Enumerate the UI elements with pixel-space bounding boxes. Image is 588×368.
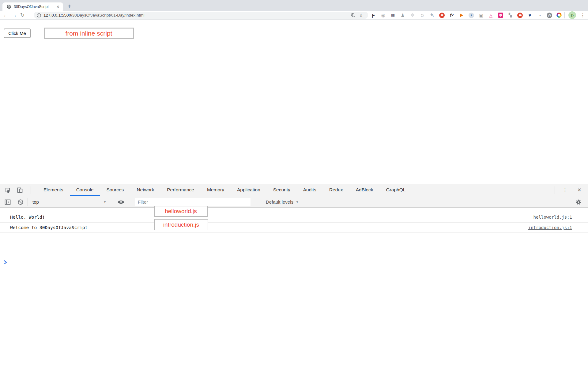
console-message-row: Welcome to 30DaysOfJavaScript introducti… — [0, 222, 588, 233]
console-settings-gear-icon[interactable] — [575, 198, 582, 206]
megaphone-icon[interactable] — [460, 13, 463, 17]
devtools-tab-security[interactable]: Security — [267, 184, 297, 196]
eyedropper-icon[interactable]: ✎ — [428, 11, 436, 19]
tabbar-separator — [31, 186, 31, 194]
gauge-icon[interactable]: ◔ — [536, 11, 544, 19]
browser-window: 30DaysOfJavaScript ✕ + ← → ↻ 127.0.0.1:5… — [0, 0, 588, 368]
globe-favicon-icon — [7, 5, 11, 9]
console-message-row: Hello, World! helloworld.js:1 — [0, 212, 588, 222]
browser-menu-icon[interactable]: ⋮ — [579, 11, 586, 20]
devtools-tab-performance[interactable]: Performance — [160, 184, 201, 196]
toolbar-separator-2 — [111, 198, 111, 206]
source-link[interactable]: helloworld.js:1 — [533, 212, 572, 222]
reload-button[interactable]: ↻ — [18, 11, 26, 20]
browser-toolbar: ← → ↻ 127.0.0.1:5500/30DaysOfJavaScript/… — [0, 11, 588, 20]
camera-icon[interactable]: ▣ — [477, 11, 485, 19]
devtools-tab-application[interactable]: Application — [231, 184, 267, 196]
bookmark-star-icon[interactable]: ☆ — [357, 12, 365, 18]
page-content: Click Me from inline script — [0, 20, 588, 184]
browser-tab[interactable]: 30DaysOfJavaScript ✕ — [2, 2, 63, 11]
source-link[interactable]: introduction.js:1 — [528, 223, 572, 233]
robot-icon[interactable]: ♟ — [399, 11, 407, 19]
devtools-tabs: ElementsConsoleSourcesNetworkPerformance… — [37, 184, 412, 196]
chevron-down-icon: ▼ — [296, 201, 299, 204]
toolbar-separator — [28, 198, 28, 206]
devtools-tab-redux[interactable]: Redux — [323, 184, 349, 196]
devtools-tabbar: ElementsConsoleSourcesNetworkPerformance… — [0, 184, 588, 196]
pink-triangle-icon[interactable]: △ — [487, 11, 495, 19]
context-selector[interactable]: top ▼ — [31, 196, 108, 208]
devtools-tab-graphql[interactable]: GraphQL — [380, 184, 412, 196]
context-label: top — [32, 199, 39, 205]
inspect-element-icon[interactable] — [4, 186, 12, 194]
wappalyzer-icon[interactable]: W — [547, 13, 552, 18]
clear-console-icon[interactable] — [17, 198, 24, 206]
live-expression-eye-icon[interactable] — [117, 198, 125, 206]
forward-button[interactable]: → — [10, 11, 18, 20]
devtools-tab-audits[interactable]: Audits — [297, 184, 323, 196]
url-bar[interactable]: 127.0.0.1:5500/30DaysOfJavaScript/01-Day… — [34, 12, 368, 19]
face-icon[interactable]: ☺ — [418, 11, 426, 19]
helloworld-annotation: helloworld.js — [154, 206, 208, 217]
prompt-chevron-icon — [4, 260, 7, 265]
devtools-tab-sources[interactable]: Sources — [100, 184, 130, 196]
tabbar-separator-right — [555, 186, 555, 194]
devtools-tab-elements[interactable]: Elements — [37, 184, 70, 196]
back-button[interactable]: ← — [2, 11, 10, 20]
click-me-button[interactable]: Click Me — [4, 29, 31, 38]
heart-search-icon[interactable]: ♥ — [526, 11, 534, 19]
info-icon[interactable] — [37, 13, 41, 17]
f-question-icon[interactable]: f? — [448, 11, 456, 19]
devtools-menu-icon[interactable]: ⋮ — [561, 184, 569, 196]
toolbar-separator-3 — [569, 198, 569, 206]
tab-strip: 30DaysOfJavaScript ✕ + — [0, 0, 588, 11]
console-message-text: Hello, World! — [10, 215, 45, 220]
device-toolbar-icon[interactable] — [16, 186, 24, 194]
devtools-panel: ElementsConsoleSourcesNetworkPerformance… — [0, 184, 588, 368]
swirl-icon[interactable]: ● — [469, 13, 474, 18]
inline-script-annotation: from inline script — [44, 28, 134, 39]
devtools-tab-adblock[interactable]: AdBlock — [349, 184, 380, 196]
tab-close-icon[interactable]: ✕ — [55, 4, 61, 10]
console-filter-input[interactable] — [135, 198, 251, 206]
devtools-tab-network[interactable]: Network — [130, 184, 160, 196]
console-prompt[interactable] — [0, 257, 588, 268]
toolbar-divider — [564, 12, 565, 18]
pink-gear-icon[interactable]: ✽ — [498, 13, 503, 18]
extensions-row: Ƒ◉▮▮♟✽☺✎✱f?●▣△✽▚♥◔W — [369, 11, 563, 20]
log-levels-label: Default levels — [266, 199, 293, 205]
chevron-down-icon: ▼ — [104, 201, 106, 204]
tab-title: 30DaysOfJavaScript — [14, 5, 55, 9]
console-sidebar-toggle-icon[interactable] — [4, 198, 12, 206]
devtools-close-icon[interactable]: ✕ — [575, 184, 583, 196]
log-levels-dropdown[interactable]: Default levels ▼ — [266, 196, 299, 208]
fonts-ninja-icon[interactable]: Ƒ — [369, 11, 377, 19]
gray-ring-icon[interactable]: ◉ — [379, 11, 387, 19]
console-message-text: Welcome to 30DaysOfJavaScript — [10, 225, 88, 230]
introduction-annotation: introduction.js — [154, 219, 208, 230]
console-output: Hello, World! helloworld.js:1 Welcome to… — [0, 208, 588, 368]
profile-avatar[interactable]: {} — [568, 11, 576, 19]
new-tab-button[interactable]: + — [65, 2, 74, 10]
gray-blocks-icon[interactable]: ▚ — [506, 11, 514, 19]
faded-flower-icon[interactable]: ✽ — [409, 11, 417, 19]
devtools-tab-memory[interactable]: Memory — [201, 184, 231, 196]
rainbow-ring-icon[interactable] — [556, 13, 562, 18]
zoom-level-icon[interactable] — [349, 13, 357, 18]
adblock-hand-icon[interactable]: ✱ — [439, 13, 445, 18]
console-toolbar: top ▼ Default levels ▼ — [0, 196, 588, 208]
devtools-tab-console[interactable]: Console — [70, 184, 100, 196]
red-stop-icon[interactable] — [517, 13, 523, 18]
url-text: 127.0.0.1:5500/30DaysOfJavaScript/01-Day… — [43, 13, 349, 17]
pause-bars-icon[interactable]: ▮▮ — [389, 11, 397, 19]
